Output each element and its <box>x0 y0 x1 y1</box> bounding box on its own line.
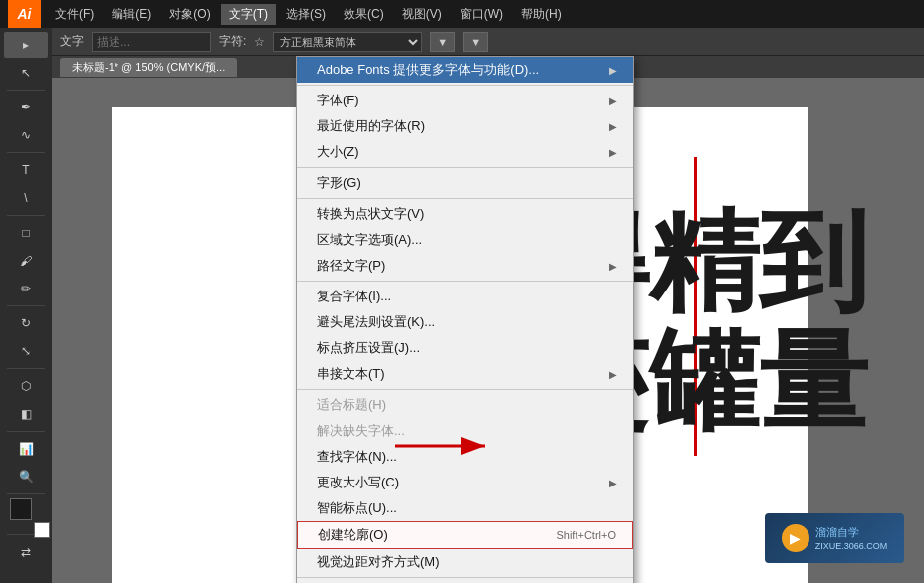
font-select[interactable]: 方正粗黑束简体 <box>273 32 422 52</box>
menu-edit[interactable]: 编辑(E) <box>104 4 159 25</box>
shortcut-create-outline: Shift+Ctrl+O <box>556 529 616 541</box>
arrow-icon-size: ▶ <box>609 147 617 158</box>
tool-select[interactable]: ▸ <box>4 32 48 58</box>
tool-swap-colors[interactable]: ⇄ <box>4 539 48 565</box>
menu-item-fit-headline: 适合标题(H) <box>297 392 633 418</box>
toolbar2-input[interactable] <box>92 32 211 52</box>
tool-paintbrush[interactable]: 🖌 <box>4 248 48 274</box>
tool-separator-6 <box>7 431 45 432</box>
menu-item-hanging[interactable]: 避头尾法则设置(K)... <box>297 309 633 335</box>
tool-separator-2 <box>7 152 45 153</box>
menu-item-font[interactable]: 字体(F) ▶ <box>297 88 633 113</box>
tool-separator-3 <box>7 215 45 216</box>
toolbar2-char-label: 字符: <box>219 33 246 50</box>
arrow-icon: ▶ <box>609 65 617 76</box>
tool-gradient[interactable]: ◧ <box>4 401 48 427</box>
watermark-line2: ZIXUE.3066.COM <box>815 541 888 551</box>
left-toolbar: ▸ ↖ ✒ ∿ T \ □ 🖌 ✏ ↻ ⤡ ⬡ ◧ 📊 🔍 ⇄ <box>0 28 52 583</box>
title-bar: Ai 文件(F) 编辑(E) 对象(O) 文字(T) 选择(S) 效果(C) 视… <box>0 0 924 28</box>
tool-separator-1 <box>7 90 45 91</box>
menu-text[interactable]: 文字(T) <box>221 4 276 25</box>
menu-sep-4 <box>297 281 633 282</box>
tool-scale[interactable]: ⤡ <box>4 338 48 364</box>
toolbar2-label: 文字 <box>60 33 84 50</box>
background-color[interactable] <box>34 522 50 538</box>
menu-sep-6 <box>297 577 633 578</box>
menu-item-recent-fonts[interactable]: 最近使用的字体(R) ▶ <box>297 113 633 139</box>
menu-bar: 文件(F) 编辑(E) 对象(O) 文字(T) 选择(S) 效果(C) 视图(V… <box>47 4 916 25</box>
menu-object[interactable]: 对象(O) <box>161 4 218 25</box>
app-logo: Ai <box>8 0 41 28</box>
menu-item-size[interactable]: 大小(Z) ▶ <box>297 139 633 165</box>
tool-chart[interactable]: 📊 <box>4 436 48 462</box>
menu-item-area-options[interactable]: 区域文字选项(A)... <box>297 227 633 253</box>
menu-item-adobe-fonts[interactable]: Adobe Fonts 提供更多字体与功能(D)... ▶ <box>297 57 633 83</box>
toolbar2-btn1[interactable]: ▼ <box>430 32 455 52</box>
tool-rect[interactable]: □ <box>4 220 48 246</box>
tool-pencil[interactable]: ✏ <box>4 276 48 301</box>
menu-item-path-text[interactable]: 路径文字(P) ▶ <box>297 253 633 279</box>
menu-item-create-outline[interactable]: 创建轮廓(O) Shift+Ctrl+O <box>297 521 633 549</box>
foreground-color[interactable] <box>10 498 32 520</box>
tool-curvature[interactable]: ∿ <box>4 122 48 148</box>
menu-window[interactable]: 窗口(W) <box>452 4 511 25</box>
tool-pen[interactable]: ✒ <box>4 95 48 120</box>
watermark-text-block: 溜溜自学 ZIXUE.3066.COM <box>815 525 888 550</box>
toolbar2-font-label: ☆ <box>254 35 265 49</box>
properties-bar: 文字 字符: ☆ 方正粗黑束简体 ▼ ▼ <box>52 28 924 56</box>
menu-effect[interactable]: 效果(C) <box>336 4 392 25</box>
menu-item-resolve-missing: 解决缺失字体... <box>297 418 633 444</box>
menu-item-thread-text[interactable]: 串接文本(T) ▶ <box>297 361 633 387</box>
menu-file[interactable]: 文件(F) <box>47 4 102 25</box>
menu-item-optical-margin[interactable]: 视觉边距对齐方式(M) <box>297 549 633 575</box>
arrow-icon-recent: ▶ <box>609 121 617 132</box>
arrow-icon-thread: ▶ <box>609 369 617 380</box>
menu-help[interactable]: 帮助(H) <box>513 4 570 25</box>
menu-sep-2 <box>297 167 633 168</box>
main-area: 文字 字符: ☆ 方正粗黑束简体 ▼ ▼ 未标题-1* @ 150% (CMYK… <box>52 28 924 583</box>
arrow-icon-path: ▶ <box>609 261 617 272</box>
menu-item-convert-point[interactable]: 转换为点状文字(V) <box>297 201 633 227</box>
toolbar2-btn2[interactable]: ▼ <box>463 32 488 52</box>
menu-item-smart-punct[interactable]: 智能标点(U)... <box>297 495 633 521</box>
arrow-icon-case: ▶ <box>609 478 617 488</box>
menu-sep-3 <box>297 198 633 199</box>
menu-sep-5 <box>297 389 633 390</box>
menu-item-punct-compress[interactable]: 标点挤压设置(J)... <box>297 335 633 361</box>
watermark-line1: 溜溜自学 <box>815 525 888 540</box>
arrow-icon-font: ▶ <box>609 96 617 106</box>
document-tab[interactable]: 未标题-1* @ 150% (CMYK/预... <box>60 58 237 77</box>
watermark-play-icon: ▶ <box>782 524 809 552</box>
tool-text[interactable]: T <box>4 157 48 183</box>
tool-separator-5 <box>7 368 45 369</box>
tool-line[interactable]: \ <box>4 185 48 211</box>
app-body: ▸ ↖ ✒ ∿ T \ □ 🖌 ✏ ↻ ⤡ ⬡ ◧ 📊 🔍 ⇄ 文字 <box>0 28 924 583</box>
menu-item-find-font[interactable]: 查找字体(N)... <box>297 444 633 470</box>
menu-select[interactable]: 选择(S) <box>278 4 334 25</box>
menu-item-change-case[interactable]: 更改大小写(C) ▶ <box>297 470 633 495</box>
menu-item-composite[interactable]: 复合字体(I)... <box>297 284 633 309</box>
tool-direct-select[interactable]: ↖ <box>4 60 48 86</box>
tool-rotate[interactable]: ↻ <box>4 310 48 336</box>
tool-blend[interactable]: ⬡ <box>4 373 48 399</box>
text-menu: Adobe Fonts 提供更多字体与功能(D)... ▶ 字体(F) ▶ 最近… <box>296 56 634 583</box>
tool-separator-7 <box>7 493 45 494</box>
menu-item-glyphs[interactable]: 字形(G) <box>297 170 633 196</box>
menu-view[interactable]: 视图(V) <box>394 4 450 25</box>
tool-separator-4 <box>7 305 45 306</box>
watermark: ▶ 溜溜自学 ZIXUE.3066.COM <box>765 513 904 563</box>
color-swatches[interactable] <box>10 498 42 530</box>
tool-zoom[interactable]: 🔍 <box>4 464 48 489</box>
menu-sep-1 <box>297 85 633 86</box>
